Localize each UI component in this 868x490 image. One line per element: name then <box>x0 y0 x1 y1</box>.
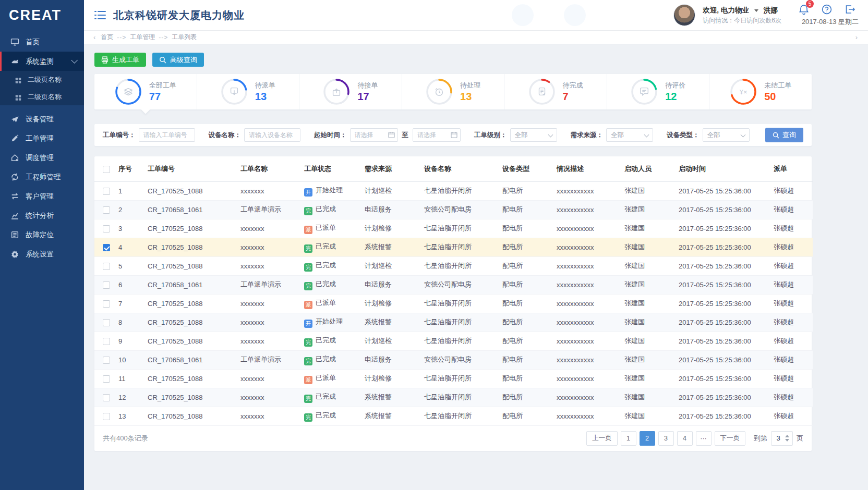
prev-page-button[interactable]: 上一页 <box>586 431 618 446</box>
cell-description: xxxxxxxxxxx <box>554 388 622 407</box>
monitor-icon <box>10 38 19 46</box>
advanced-search-button[interactable]: 高级查询 <box>152 53 204 67</box>
row-checkbox[interactable] <box>103 338 110 345</box>
sidebar-item-secondary-1[interactable]: 二级页名称 <box>0 71 84 88</box>
sidebar-item-fault-location[interactable]: 故障定位 <box>0 225 84 244</box>
stat-card-pending-accept[interactable]: 待接单17 <box>299 74 402 109</box>
table-row[interactable]: 5 CR_170525_1088 xxxxxxx 完已完成 计划巡检 七星油脂开… <box>94 256 813 275</box>
status-badge: 完 <box>304 338 312 347</box>
cell-order-no: CR_170525_1088 <box>146 294 238 313</box>
cell-device-name: 七星油脂开闭所 <box>422 238 500 256</box>
cell-dispatcher: 张硕超 <box>771 350 813 369</box>
user-avatar[interactable] <box>673 4 695 26</box>
chevron-down-icon <box>548 132 553 138</box>
table-row[interactable]: 2 CR_170658_1061 工单派单演示 完已完成 电话服务 安德公司配电… <box>94 200 813 219</box>
table-row[interactable]: 6 CR_170658_1061 工单派单演示 完已完成 电话服务 安德公司配电… <box>94 275 813 294</box>
breadcrumb-workorder-mgmt[interactable]: 工单管理 <box>128 33 157 42</box>
stat-card-pending-review[interactable]: 待评价12 <box>607 74 710 109</box>
row-checkbox[interactable] <box>103 413 110 420</box>
table-row[interactable]: 3 CR_170525_1088 xxxxxxx 派已派单 计划检修 七星油脂开… <box>94 219 813 238</box>
page-button-4[interactable]: 4 <box>677 431 693 446</box>
stat-card-unsettled-orders[interactable]: ¥× 未结工单50 <box>709 74 812 109</box>
watermark-icon <box>564 4 586 26</box>
select-all-checkbox[interactable] <box>103 166 110 173</box>
row-checkbox[interactable] <box>103 357 110 364</box>
row-checkbox[interactable] <box>103 300 110 308</box>
sidebar-item-settings[interactable]: 系统设置 <box>0 244 84 264</box>
calendar-icon[interactable] <box>451 131 457 138</box>
status-badge: 完 <box>304 207 312 215</box>
stat-card-pending-process[interactable]: 待处理13 <box>402 74 505 109</box>
sidebar-item-dispatch-mgmt[interactable]: 调度管理 <box>0 148 84 167</box>
cell-description: xxxxxxxxxxx <box>554 275 622 294</box>
stat-card-all-orders[interactable]: 全部工单77 <box>94 74 197 109</box>
row-checkbox[interactable] <box>103 394 110 401</box>
table-row[interactable]: 1 CR_170525_1088 xxxxxxx 开开始处理 计划巡检 七星油脂… <box>94 181 813 200</box>
device-name-label: 设备名称： <box>209 131 242 140</box>
grid-icon <box>15 76 22 83</box>
table-row[interactable]: 7 CR_170525_1088 xxxxxxx 派已派单 计划检修 七星油脂开… <box>94 294 813 313</box>
query-button[interactable]: 查询 <box>765 128 803 142</box>
page-ellipsis[interactable]: ··· <box>696 431 712 446</box>
breadcrumb-workorder-list[interactable]: 工单列表 <box>170 33 199 42</box>
stat-card-pending-complete[interactable]: 待完成7 <box>504 74 607 109</box>
calendar-icon[interactable] <box>388 131 395 138</box>
row-checkbox[interactable] <box>103 244 110 251</box>
notification-bell-icon[interactable]: 5 <box>798 4 810 15</box>
table-row[interactable]: 10 CR_170658_1061 工单派单演示 完已完成 电话服务 安德公司配… <box>94 350 813 369</box>
spinner-down-icon[interactable] <box>785 439 789 442</box>
source-select[interactable]: 全部 <box>606 128 653 142</box>
sidebar-item-secondary-2[interactable]: 二级页名称 <box>0 88 84 105</box>
cell-start-time: 2017-05-25 15:25:36:00 <box>677 238 771 256</box>
sidebar-item-workorder-mgmt[interactable]: 工单管理 <box>0 129 84 148</box>
row-checkbox[interactable] <box>103 263 110 270</box>
row-checkbox[interactable] <box>103 225 110 232</box>
row-checkbox[interactable] <box>103 188 110 195</box>
breadcrumb-home[interactable]: 首页 <box>99 33 115 42</box>
table-row[interactable]: 8 CR_170525_1088 xxxxxxx 开开始处理 系统报警 七星油脂… <box>94 313 813 332</box>
cell-order-no: CR_170525_1088 <box>146 369 238 388</box>
page-button-2-active[interactable]: 2 <box>640 431 655 446</box>
row-checkbox[interactable] <box>103 281 110 289</box>
next-page-button[interactable]: 下一页 <box>715 431 746 446</box>
cell-description: xxxxxxxxxxx <box>554 350 622 369</box>
cell-order-no: CR_170658_1061 <box>146 275 238 294</box>
order-no-input[interactable] <box>139 128 195 142</box>
logout-icon[interactable] <box>844 4 855 15</box>
table-row[interactable]: 13 CR_170525_1088 xxxxxxx 完已完成 系统报警 七星油脂… <box>94 407 813 425</box>
sidebar-item-engineer-mgmt[interactable]: 工程师管理 <box>0 167 84 187</box>
table-row[interactable]: 9 CR_170525_1088 xxxxxxx 完已完成 计划巡检 七星油脂开… <box>94 332 813 350</box>
user-menu-caret-icon[interactable] <box>754 9 758 12</box>
sidebar-item-home[interactable]: 首页 <box>0 32 84 52</box>
spinner-up-icon[interactable] <box>785 435 789 437</box>
sidebar-item-customer-mgmt[interactable]: 客户管理 <box>0 187 84 206</box>
help-icon[interactable] <box>821 4 833 15</box>
table-row[interactable]: 12 CR_170525_1088 xxxxxxx 完已完成 系统报警 七星油脂… <box>94 388 813 407</box>
sidebar-item-label: 统计分析 <box>26 211 54 220</box>
page-button-3[interactable]: 3 <box>658 431 674 446</box>
create-workorder-button[interactable]: 生成工单 <box>94 53 146 67</box>
table-row[interactable]: 11 CR_170525_1088 xxxxxxx 派已派单 计划检修 七星油脂… <box>94 369 813 388</box>
device-type-select[interactable]: 全部 <box>703 128 750 142</box>
sidebar-item-statistics[interactable]: 统计分析 <box>0 206 84 225</box>
table-row[interactable]: 4 CR_170525_1088 xxxxxxx 完已完成 系统报警 七星油脂开… <box>94 238 813 256</box>
goto-page-input[interactable]: 3 <box>771 431 793 446</box>
cell-no: 1 <box>116 181 146 200</box>
stat-card-pending-dispatch[interactable]: 待派单13 <box>197 74 300 109</box>
row-checkbox[interactable] <box>103 375 110 383</box>
cell-source: 计划巡检 <box>363 181 422 200</box>
sidebar-item-device-mgmt[interactable]: 设备管理 <box>0 109 84 129</box>
level-select[interactable]: 全部 <box>510 128 557 142</box>
breadcrumb-forward-icon[interactable]: › <box>852 33 861 41</box>
cell-name: xxxxxxx <box>238 256 302 275</box>
menu-toggle-icon[interactable] <box>94 10 106 20</box>
cell-source: 计划巡检 <box>363 332 422 350</box>
row-checkbox[interactable] <box>103 206 110 214</box>
row-checkbox[interactable] <box>103 319 110 326</box>
sidebar-item-system-monitor[interactable]: 系统监测 <box>0 52 84 71</box>
cell-device-name: 七星油脂开闭所 <box>422 181 500 200</box>
breadcrumb-back-icon[interactable]: ‹ <box>90 33 99 41</box>
page-button-1[interactable]: 1 <box>621 431 636 446</box>
device-name-input[interactable] <box>244 128 300 142</box>
cell-source: 电话服务 <box>363 200 422 219</box>
